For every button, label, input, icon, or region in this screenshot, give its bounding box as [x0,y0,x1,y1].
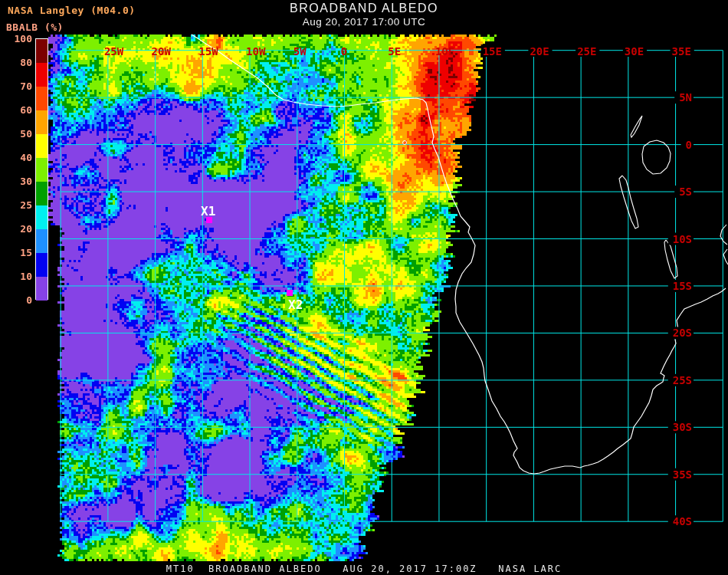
colorbar-tick-label: 100 [15,33,32,44]
colorbar-segment [36,182,48,205]
colorbar-tick-label: 25 [20,199,32,211]
colorbar-segment [36,87,48,110]
colorbar-tick-label: 10 [20,271,32,282]
colorbar-tick-label: 60 [20,104,32,116]
colorbar-segment [36,277,48,301]
island-outline [403,141,407,145]
lat-grid-label: 25S [673,374,692,386]
lon-grid-label: 30E [625,45,644,58]
colorbar-tick-label: 70 [20,80,32,92]
map-overlay: 25W20W15W10W5W05E10E15E20E25E30E35E5N05S… [0,0,728,575]
map-marker [287,290,293,296]
albedo-map-page: 25W20W15W10W5W05E10E15E20E25E30E35E5N05S… [0,0,728,575]
colorbar-segment [36,63,48,87]
lat-grid-label: 40S [673,515,692,527]
colorbar-segment [36,39,48,63]
colorbar-segment [36,134,48,158]
page-title: BROADBAND ALBEDO [0,2,728,15]
coast-fragment [720,225,727,245]
lat-grid-label: 0 [686,139,692,151]
lat-grid-label: 10S [673,233,692,245]
lat-grid-label: 5N [679,91,692,104]
map-marker-label: X2 [288,297,303,312]
page-subtitle: Aug 20, 2017 17:00 UTC [0,16,728,28]
colorbar-tick-label: 0 [26,294,32,306]
lon-grid-label: 10E [435,45,454,58]
colorbar-tick-label: 15 [20,247,32,258]
colorbar-segment [36,158,48,182]
lake-outline [631,116,642,137]
coast-fragment [723,249,728,264]
colorbar-tick-label: 80 [20,57,32,68]
lat-grid-label: 5S [679,186,692,198]
lon-grid-label: 15W [198,45,218,58]
lake-outline [642,140,671,174]
lake-outline [619,176,638,228]
lon-grid-label: 5W [293,45,307,58]
colorbar-tick-label: 20 [20,223,32,235]
lon-grid-label: 10W [246,45,266,58]
lat-grid-label: 15S [673,280,692,292]
colorbar-tick-label: 30 [20,176,32,187]
lon-grid-label: 5E [388,45,401,58]
africa-coastline [192,34,726,474]
footer-caption: MT10 BROADBAND ALBEDO AUG 20, 2017 17:00… [0,564,728,574]
colorbar-segment [36,205,48,229]
lon-grid-label: 25W [104,45,124,58]
lon-grid-label: 20E [530,45,549,58]
colorbar-segment [36,229,48,253]
colorbar [35,38,48,300]
map-marker-label: X1 [201,204,215,219]
colorbar-tick-label: 50 [20,128,32,140]
lat-grid-label: 30S [673,421,692,433]
colorbar-tick-label: 40 [20,152,32,163]
colorbar-segment [36,253,48,277]
title-block: BROADBAND ALBEDO Aug 20, 2017 17:00 UTC [0,2,728,28]
lon-grid-label: 25E [577,45,596,58]
colorbar-segment [36,110,48,134]
lat-grid-label: 35S [673,468,692,481]
lat-grid-label: 20S [673,327,692,339]
lon-grid-label: 20W [152,45,172,58]
lon-grid-label: 0 [341,45,347,58]
lon-grid-label: 35E [672,45,691,58]
lon-grid-label: 15E [483,45,502,58]
